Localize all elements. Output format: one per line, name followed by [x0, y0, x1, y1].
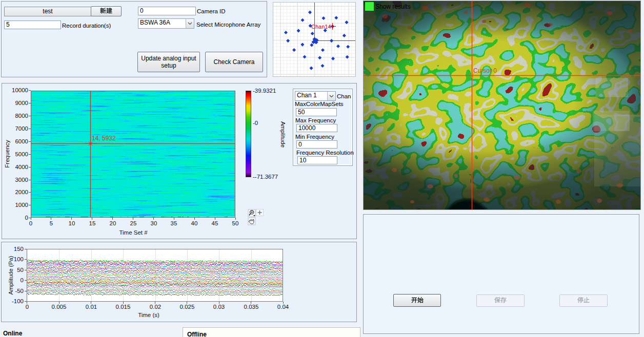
svg-text:Show results: Show results: [375, 3, 411, 10]
svg-text:14, 5932: 14, 5932: [92, 135, 116, 142]
svg-text:Cursor 0: Cursor 0: [473, 67, 497, 74]
svg-text:Chan14: Chan14: [311, 24, 331, 30]
